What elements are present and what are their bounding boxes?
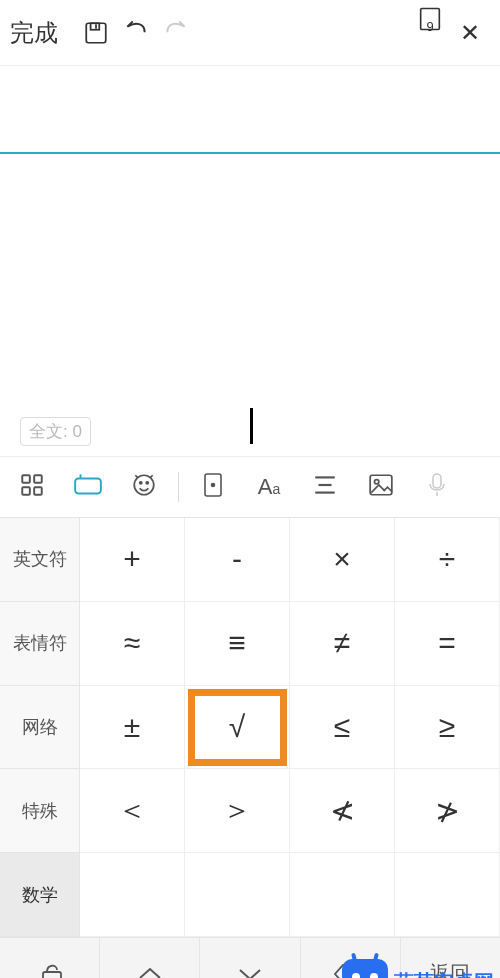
close-icon[interactable]: ✕ [450, 19, 490, 47]
svg-rect-5 [34, 475, 42, 483]
done-button[interactable]: 完成 [10, 17, 58, 49]
word-count-badge: 全文: 0 [20, 417, 91, 446]
svg-point-19 [375, 480, 379, 484]
mic-icon[interactable] [409, 472, 465, 502]
key-empty[interactable] [290, 853, 395, 937]
key-le[interactable]: ≤ [290, 686, 395, 770]
title-input[interactable] [0, 66, 500, 154]
key-eq[interactable]: = [395, 602, 500, 686]
key-divide[interactable]: ÷ [395, 518, 500, 602]
keyboard-category-tabs: 英文符 表情符 网络 特殊 数学 [0, 518, 80, 937]
svg-point-11 [140, 482, 142, 484]
keyboard-grid: + - × ÷ ≈ ≡ ≠ = ± √ ≤ ≥ ＜ ＞ ≮ ≯ [80, 518, 500, 937]
tab-emoji-symbols[interactable]: 表情符 [0, 602, 80, 686]
undo-icon[interactable] [116, 17, 156, 49]
tab-math-symbols[interactable]: 数学 [0, 853, 80, 937]
key-gt[interactable]: ＞ [185, 769, 290, 853]
svg-point-14 [212, 484, 215, 487]
key-plusminus[interactable]: ± [80, 686, 185, 770]
arrow-down-key[interactable] [200, 938, 300, 978]
font-icon[interactable]: Aa [241, 474, 297, 500]
apps-icon[interactable] [4, 472, 60, 502]
key-multiply[interactable]: × [290, 518, 395, 602]
toolbar-divider [178, 472, 179, 502]
key-minus[interactable]: - [185, 518, 290, 602]
return-key[interactable]: 返回 [401, 938, 500, 978]
redo-icon [156, 17, 196, 49]
key-identical[interactable]: ≡ [185, 602, 290, 686]
svg-rect-6 [22, 487, 30, 495]
key-neq[interactable]: ≠ [290, 602, 395, 686]
lock-key[interactable] [0, 938, 100, 978]
key-ngt[interactable]: ≯ [395, 769, 500, 853]
svg-rect-7 [34, 487, 42, 495]
svg-rect-8 [75, 479, 101, 494]
key-empty[interactable] [395, 853, 500, 937]
align-icon[interactable] [297, 474, 353, 500]
format-toolbar: Aa [0, 456, 500, 518]
keyboard-icon[interactable] [60, 472, 116, 502]
page-number-button[interactable]: 9 [410, 5, 450, 61]
svg-rect-21 [43, 972, 61, 979]
tab-english-symbols[interactable]: 英文符 [0, 518, 80, 602]
save-icon[interactable] [76, 20, 116, 46]
svg-point-10 [134, 475, 154, 495]
backspace-key[interactable] [301, 938, 401, 978]
editor-body[interactable]: 全文: 0 [0, 154, 500, 456]
svg-rect-20 [433, 474, 441, 488]
symbol-keyboard: 英文符 表情符 网络 特殊 数学 + - × ÷ ≈ ≡ ≠ = ± √ ≤ ≥… [0, 518, 500, 937]
key-approx[interactable]: ≈ [80, 602, 185, 686]
svg-point-12 [146, 482, 148, 484]
arrow-up-key[interactable] [100, 938, 200, 978]
fullscreen-icon[interactable] [185, 471, 241, 503]
key-plus[interactable]: + [80, 518, 185, 602]
tab-network-symbols[interactable]: 网络 [0, 686, 80, 770]
top-toolbar: 完成 9 ✕ [0, 0, 500, 66]
key-sqrt[interactable]: √ [185, 686, 290, 770]
key-nlt[interactable]: ≮ [290, 769, 395, 853]
tab-special-symbols[interactable]: 特殊 [0, 769, 80, 853]
emoji-icon[interactable] [116, 472, 172, 502]
key-empty[interactable] [185, 853, 290, 937]
svg-rect-4 [22, 475, 30, 483]
key-ge[interactable]: ≥ [395, 686, 500, 770]
svg-rect-1 [91, 23, 100, 30]
keyboard-bottom-row: 返回 [0, 937, 500, 978]
page-number-value: 9 [426, 19, 433, 34]
key-empty[interactable] [80, 853, 185, 937]
text-cursor [250, 408, 253, 444]
svg-rect-18 [370, 475, 392, 495]
image-icon[interactable] [353, 473, 409, 501]
key-lt[interactable]: ＜ [80, 769, 185, 853]
